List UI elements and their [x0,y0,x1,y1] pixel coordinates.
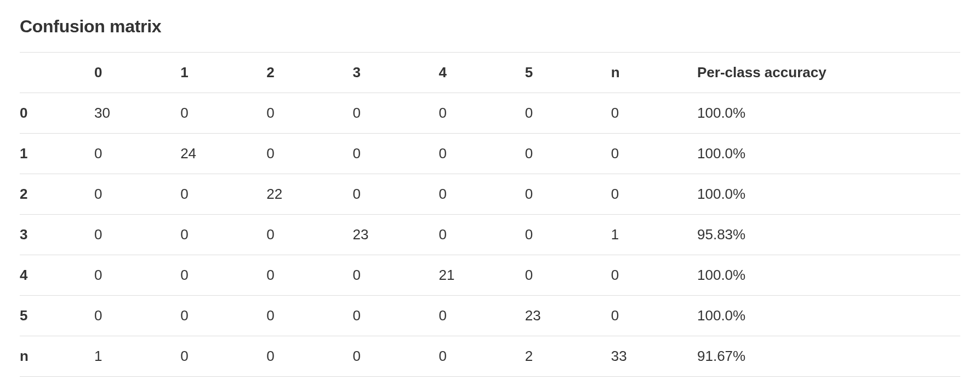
cell: 0 [439,93,525,134]
cell-accuracy: 100.0% [697,174,960,215]
cell: 0 [525,215,611,255]
header-col-accuracy: Per-class accuracy [697,53,960,93]
cell: 30 [94,93,180,134]
row-label-0: 0 [20,93,94,134]
table-row: 0 30 0 0 0 0 0 0 100.0% [20,93,960,134]
table-row: 4 0 0 0 0 21 0 0 100.0% [20,255,960,296]
cell: 0 [439,174,525,215]
table-header-row: 0 1 2 3 4 5 n Per-class accuracy [20,53,960,93]
header-col-n: n [611,53,697,93]
cell: 2 [525,336,611,377]
cell: 0 [439,296,525,336]
cell: 0 [611,134,697,174]
header-col-0: 0 [94,53,180,93]
header-col-5: 5 [525,53,611,93]
cell: 0 [352,134,438,174]
cell: 0 [180,296,266,336]
cell-accuracy: 100.0% [697,93,960,134]
cell: 0 [266,336,352,377]
cell: 0 [352,255,438,296]
cell: 0 [611,93,697,134]
cell-accuracy: 100.0% [697,296,960,336]
header-col-1: 1 [180,53,266,93]
cell: 0 [525,93,611,134]
cell: 0 [94,134,180,174]
table-row: 2 0 0 22 0 0 0 0 100.0% [20,174,960,215]
cell: 0 [352,336,438,377]
header-col-3: 3 [352,53,438,93]
confusion-matrix-container: Confusion matrix 0 1 2 3 4 5 n Per-class… [0,0,980,388]
cell: 0 [266,255,352,296]
cell: 0 [352,296,438,336]
cell-accuracy: 95.83% [697,215,960,255]
cell: 0 [94,255,180,296]
cell: 33 [611,336,697,377]
header-col-2: 2 [266,53,352,93]
row-label-1: 1 [20,134,94,174]
cell: 0 [180,93,266,134]
cell: 0 [266,134,352,174]
row-label-3: 3 [20,215,94,255]
cell: 23 [525,296,611,336]
cell: 0 [180,174,266,215]
table-row: 5 0 0 0 0 0 23 0 100.0% [20,296,960,336]
cell: 0 [525,174,611,215]
cell-accuracy: 91.67% [697,336,960,377]
row-label-5: 5 [20,296,94,336]
cell: 0 [352,174,438,215]
table-row: 3 0 0 0 23 0 0 1 95.83% [20,215,960,255]
cell: 21 [439,255,525,296]
confusion-matrix-table: 0 1 2 3 4 5 n Per-class accuracy 0 30 0 … [20,52,960,377]
cell: 0 [525,134,611,174]
cell: 0 [94,296,180,336]
cell: 0 [352,93,438,134]
cell: 0 [180,215,266,255]
cell: 0 [439,336,525,377]
cell: 0 [266,93,352,134]
table-row: 1 0 24 0 0 0 0 0 100.0% [20,134,960,174]
row-label-n: n [20,336,94,377]
row-label-2: 2 [20,174,94,215]
cell: 24 [180,134,266,174]
row-label-4: 4 [20,255,94,296]
cell: 0 [611,174,697,215]
cell: 0 [180,336,266,377]
table-row: n 1 0 0 0 0 2 33 91.67% [20,336,960,377]
cell: 0 [611,296,697,336]
cell: 1 [611,215,697,255]
cell: 22 [266,174,352,215]
cell-accuracy: 100.0% [697,255,960,296]
cell-accuracy: 100.0% [697,134,960,174]
header-corner [20,53,94,93]
cell: 1 [94,336,180,377]
cell: 0 [525,255,611,296]
cell: 0 [266,296,352,336]
cell: 0 [439,134,525,174]
cell: 0 [266,215,352,255]
cell: 23 [352,215,438,255]
cell: 0 [94,215,180,255]
cell: 0 [439,215,525,255]
cell: 0 [180,255,266,296]
header-col-4: 4 [439,53,525,93]
cell: 0 [94,174,180,215]
cell: 0 [611,255,697,296]
section-title: Confusion matrix [20,16,960,37]
